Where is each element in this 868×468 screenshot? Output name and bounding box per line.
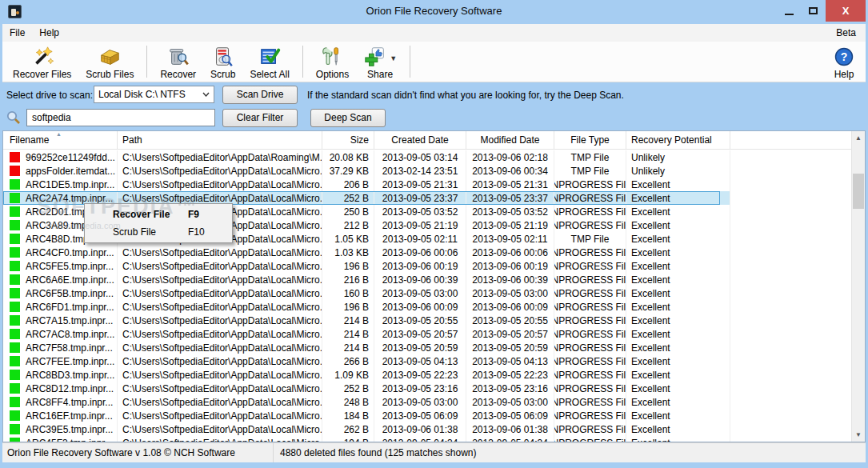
scrub-files-button[interactable]: Scrub Files <box>78 42 141 82</box>
table-row[interactable]: ARC5FE5.tmp.inpr... C:\Users\SoftpediaEd… <box>3 259 851 273</box>
options-button[interactable]: Options <box>309 42 356 82</box>
file-status-icon <box>10 166 20 176</box>
cell-created-date: 2013-09-06 00:19 <box>374 259 466 273</box>
table-row[interactable]: ARC6FD1.tmp.inpr... C:\Users\SoftpediaEd… <box>3 300 851 314</box>
clear-filter-button[interactable]: Clear Filter <box>222 109 298 127</box>
filter-input[interactable] <box>26 109 215 126</box>
cell-path: C:\Users\SoftpediaEditor\AppData\Local\M… <box>118 259 322 273</box>
column-header-created-date[interactable]: Created Date <box>374 131 466 149</box>
cell-created-date: 2013-09-06 00:09 <box>374 300 466 314</box>
scrub-files-label: Scrub Files <box>86 70 134 80</box>
tools-icon <box>320 44 344 70</box>
cell-filename: ARC8D12.tmp.inpr... <box>24 382 118 395</box>
close-button[interactable]: X <box>826 0 866 22</box>
recover-files-button[interactable]: Recover Files <box>6 42 78 82</box>
share-button[interactable]: ▼ Share <box>356 42 404 82</box>
column-header-file-type[interactable]: File Type <box>554 131 626 149</box>
help-button[interactable]: ? Help <box>826 42 862 82</box>
cell-recovery-potential: Excellent <box>626 327 730 341</box>
cell-path: C:\Users\SoftpediaEditor\AppData\Local\M… <box>118 341 322 354</box>
cell-created-date: 2013-09-05 20:55 <box>374 314 466 327</box>
scroll-up-icon[interactable]: ▲ <box>852 131 865 145</box>
share-icon: ▼ <box>363 44 397 70</box>
status-version-text: Orion File Recovery Software v 1.08 © NC… <box>2 447 273 458</box>
cell-created-date: 2013-09-05 03:00 <box>374 286 466 300</box>
recover-button[interactable]: Recover <box>153 42 203 82</box>
cell-size: 194 B <box>322 436 374 442</box>
table-row[interactable]: ARC8FF4.tmp.inpr... C:\Users\SoftpediaEd… <box>3 395 851 409</box>
results-table: ▲ Filename Path Size Created Date Modifi… <box>2 130 866 442</box>
table-row[interactable]: 969252ce11249fdd... C:\Users\SoftpediaEd… <box>3 150 851 164</box>
chevron-down-icon <box>202 92 210 97</box>
cell-modified-date: 2013-09-05 04:34 <box>466 436 554 442</box>
cell-size: 214 B <box>322 314 374 327</box>
file-status-icon <box>10 179 20 190</box>
maximize-button[interactable] <box>802 0 824 22</box>
table-row[interactable]: ARC39E5.tmp.inpr... C:\Users\SoftpediaEd… <box>3 422 851 436</box>
cell-size: 206 B <box>322 178 374 191</box>
cell-filename: 969252ce11249fdd... <box>24 150 118 164</box>
cell-file-type: TMP File <box>554 164 626 178</box>
column-header-modified-date[interactable]: Modified Date <box>466 131 554 149</box>
scrub-button[interactable]: Scrub <box>203 42 242 82</box>
table-row[interactable]: ARC6F5B.tmp.inpr... C:\Users\SoftpediaEd… <box>3 286 851 300</box>
cell-modified-date: 2013-09-05 20:59 <box>466 341 554 354</box>
cell-recovery-potential: Excellent <box>626 395 730 409</box>
toolbar-separator <box>146 46 147 78</box>
cell-size: 214 B <box>322 341 374 354</box>
context-menu-label: Recover File <box>113 209 188 220</box>
select-all-button[interactable]: Select All <box>242 42 296 82</box>
table-row[interactable]: ARC7F58.tmp.inpr... C:\Users\SoftpediaEd… <box>3 341 851 354</box>
table-row[interactable]: ARC16EF.tmp.inpr... C:\Users\SoftpediaEd… <box>3 409 851 422</box>
table-row[interactable]: ARC7AC8.tmp.inpr... C:\Users\SoftpediaEd… <box>3 327 851 341</box>
cell-path: C:\Users\SoftpediaEditor\AppData\Local\M… <box>118 246 322 259</box>
cell-size: 1.09 KB <box>322 368 374 382</box>
cell-recovery-potential: Excellent <box>626 259 730 273</box>
scan-drive-button[interactable]: Scan Drive <box>222 86 298 104</box>
cell-file-type: INPROGRESS File <box>554 368 626 382</box>
table-row[interactable]: ARC45F3.tmp.inpr... C:\Users\SoftpediaEd… <box>3 436 851 442</box>
app-window: Orion File Recovery Software X File Help… <box>0 0 868 468</box>
drive-select[interactable]: Local Disk C:\ NTFS <box>94 86 214 103</box>
table-row[interactable]: ARC7FEE.tmp.inpr... C:\Users\SoftpediaEd… <box>3 354 851 368</box>
table-row[interactable]: ARC4CF0.tmp.inpr... C:\Users\SoftpediaEd… <box>3 246 851 259</box>
minimize-button[interactable] <box>778 0 800 22</box>
cell-size: 216 B <box>322 273 374 286</box>
column-header-size[interactable]: Size <box>322 131 374 149</box>
cell-created-date: 2013-09-06 00:39 <box>374 273 466 286</box>
table-row[interactable]: ARC7A15.tmp.inpr... C:\Users\SoftpediaEd… <box>3 314 851 327</box>
cell-file-type: INPROGRESS File <box>554 436 626 442</box>
file-status-icon <box>10 302 20 312</box>
scrollbar-thumb[interactable] <box>853 174 864 209</box>
menu-help[interactable]: Help <box>32 24 66 42</box>
cell-created-date: 2013-09-05 03:00 <box>374 395 466 409</box>
deep-scan-button[interactable]: Deep Scan <box>310 109 386 127</box>
file-status-icon <box>10 206 20 217</box>
cell-size: 196 B <box>322 259 374 273</box>
cell-recovery-potential: Excellent <box>626 205 730 218</box>
cell-created-date: 2013-09-05 23:16 <box>374 382 466 395</box>
file-status-icon <box>10 193 20 203</box>
scroll-down-icon[interactable]: ▼ <box>852 428 865 442</box>
column-header-path[interactable]: Path <box>118 131 322 149</box>
context-menu-item-recover-file[interactable]: Recover File F9 <box>86 206 231 223</box>
cell-filename: ARC7AC8.tmp.inpr... <box>24 327 118 341</box>
table-row[interactable]: ARC6A6E.tmp.inpr... C:\Users\SoftpediaEd… <box>3 273 851 286</box>
cell-modified-date: 2013-09-05 02:11 <box>466 232 554 246</box>
context-menu-item-scrub-file[interactable]: Scrub File F10 <box>86 223 231 241</box>
table-row[interactable]: ARC8D12.tmp.inpr... C:\Users\SoftpediaEd… <box>3 382 851 395</box>
file-status-icon <box>10 261 20 271</box>
cell-filename: ARC6A6E.tmp.inpr... <box>24 273 118 286</box>
table-row[interactable]: ARC1DE5.tmp.inpr... C:\Users\SoftpediaEd… <box>3 178 851 191</box>
table-row[interactable]: appsFolder.itemdat... C:\Users\Softpedia… <box>3 164 851 178</box>
cell-created-date: 2013-09-05 02:11 <box>374 232 466 246</box>
file-status-icon <box>10 424 20 434</box>
table-row[interactable]: ARC8BD3.tmp.inpr... C:\Users\SoftpediaEd… <box>3 368 851 382</box>
cell-filename: ARC7A15.tmp.inpr... <box>24 314 118 327</box>
cell-filename: ARC16EF.tmp.inpr... <box>24 409 118 422</box>
cell-size: 252 B <box>322 382 374 395</box>
column-header-recovery-potential[interactable]: Recovery Potential <box>626 131 730 149</box>
menu-file[interactable]: File <box>2 24 32 42</box>
vertical-scrollbar[interactable]: ▲ ▼ <box>851 131 865 442</box>
cell-created-date: 2013-09-05 06:09 <box>374 409 466 422</box>
